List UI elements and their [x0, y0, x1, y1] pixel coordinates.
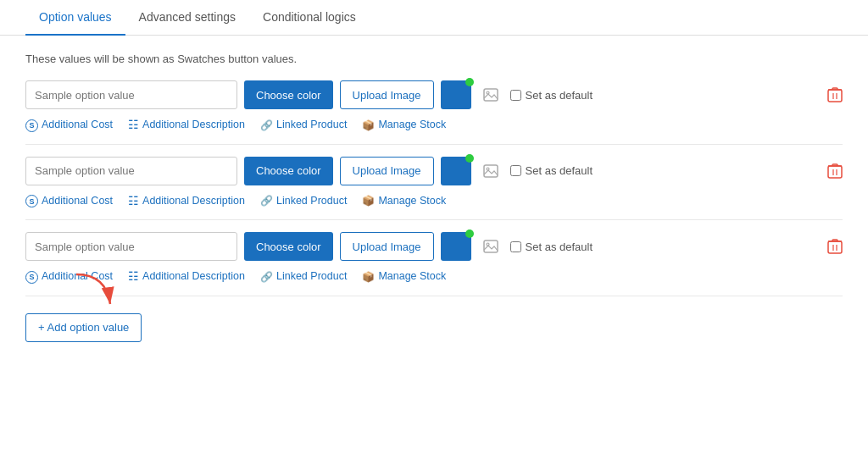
- upload-image-button-1[interactable]: Upload Image: [340, 80, 434, 109]
- dollar-icon-2: S: [25, 194, 38, 208]
- sub-link-label-linked-product-2: Linked Product: [276, 195, 347, 207]
- link-icon-2: 🔗: [260, 194, 273, 207]
- sub-links-row-2: SAdditional Cost☷Additional Description🔗…: [25, 194, 843, 208]
- set-as-default-label-1[interactable]: Set as default: [510, 89, 593, 102]
- description-text: These values will be shown as Swatches b…: [25, 53, 843, 65]
- add-option-button[interactable]: + Add option value: [25, 313, 142, 342]
- tab-conditional-logics[interactable]: Conditional logics: [249, 0, 370, 36]
- delete-button-2[interactable]: [827, 163, 843, 180]
- option-row-wrapper-1: Choose colorUpload ImageSet as defaultSA…: [25, 80, 843, 145]
- option-row-3: Choose colorUpload ImageSet as default: [25, 232, 843, 261]
- sub-link-additional-description-1[interactable]: ☷Additional Description: [128, 118, 245, 131]
- sub-link-manage-stock-2[interactable]: 📦Manage Stock: [362, 194, 446, 207]
- option-row-wrapper-2: Choose colorUpload ImageSet as defaultSA…: [25, 157, 843, 221]
- option-row-wrapper-3: Choose colorUpload ImageSet as defaultSA…: [25, 232, 843, 296]
- svg-rect-14: [828, 241, 842, 253]
- add-option-wrapper: + Add option value: [25, 308, 142, 342]
- box-icon-2: 📦: [362, 194, 375, 207]
- set-as-default-checkbox-2[interactable]: [510, 165, 521, 176]
- image-icon-button-2[interactable]: [478, 158, 504, 184]
- sub-link-additional-cost-1[interactable]: SAdditional Cost: [25, 118, 113, 132]
- box-icon-3: 📦: [362, 270, 375, 283]
- svg-rect-8: [828, 166, 842, 178]
- green-dot-1: [465, 78, 474, 86]
- option-input-3[interactable]: [25, 232, 237, 261]
- sub-link-additional-cost-2[interactable]: SAdditional Cost: [25, 194, 113, 208]
- option-row-2: Choose colorUpload ImageSet as default: [25, 157, 843, 185]
- sub-link-label-additional-cost-2: Additional Cost: [42, 195, 113, 207]
- color-swatch-container-3: [441, 232, 471, 261]
- green-dot-3: [465, 229, 474, 238]
- green-dot-2: [465, 154, 474, 163]
- option-rows-container: Choose colorUpload ImageSet as defaultSA…: [25, 80, 843, 296]
- option-row-1: Choose colorUpload ImageSet as default: [25, 80, 843, 109]
- set-as-default-checkbox-3[interactable]: [510, 241, 521, 252]
- sub-link-label-manage-stock-1: Manage Stock: [378, 119, 446, 130]
- svg-rect-0: [484, 89, 498, 101]
- sub-link-label-additional-cost-3: Additional Cost: [42, 270, 113, 282]
- sub-links-row-1: SAdditional Cost☷Additional Description🔗…: [25, 118, 843, 132]
- sub-link-manage-stock-3[interactable]: 📦Manage Stock: [362, 270, 446, 283]
- sub-link-manage-stock-1[interactable]: 📦Manage Stock: [362, 119, 446, 131]
- choose-color-button-3[interactable]: Choose color: [244, 232, 333, 261]
- choose-color-button-1[interactable]: Choose color: [244, 80, 333, 109]
- sub-link-linked-product-1[interactable]: 🔗Linked Product: [260, 119, 347, 131]
- option-input-1[interactable]: [25, 80, 237, 109]
- dollar-icon-1: S: [25, 118, 38, 132]
- sub-link-label-linked-product-1: Linked Product: [276, 119, 347, 130]
- set-as-default-text-2: Set as default: [526, 164, 593, 177]
- set-as-default-label-3[interactable]: Set as default: [510, 241, 593, 253]
- content-area: These values will be shown as Swatches b…: [0, 53, 868, 359]
- sub-link-label-additional-description-1: Additional Description: [142, 119, 245, 130]
- dollar-icon-3: S: [25, 269, 38, 284]
- image-icon-button-3[interactable]: [478, 234, 504, 259]
- main-container: Option values Advanced settings Conditio…: [0, 0, 868, 470]
- sub-link-label-additional-cost-1: Additional Cost: [42, 119, 113, 130]
- sub-link-label-manage-stock-2: Manage Stock: [378, 195, 446, 207]
- link-icon-1: 🔗: [260, 119, 273, 131]
- image-icon-button-1[interactable]: [478, 82, 504, 108]
- tab-advanced-settings[interactable]: Advanced settings: [125, 0, 249, 36]
- link-icon-3: 🔗: [260, 270, 273, 283]
- option-input-2[interactable]: [25, 157, 237, 185]
- sub-link-linked-product-2[interactable]: 🔗Linked Product: [260, 194, 347, 207]
- doc-icon-3: ☷: [128, 269, 139, 283]
- sub-link-additional-cost-3[interactable]: SAdditional Cost: [25, 269, 113, 284]
- sub-link-label-additional-description-3: Additional Description: [142, 270, 245, 282]
- delete-button-3[interactable]: [827, 238, 843, 255]
- choose-color-button-2[interactable]: Choose color: [244, 157, 333, 185]
- sub-link-linked-product-3[interactable]: 🔗Linked Product: [260, 270, 347, 283]
- sub-link-additional-description-3[interactable]: ☷Additional Description: [128, 269, 245, 283]
- svg-rect-12: [484, 241, 498, 252]
- sub-link-label-linked-product-3: Linked Product: [276, 270, 347, 282]
- delete-button-1[interactable]: [827, 86, 843, 103]
- color-swatch-container-1: [441, 80, 471, 109]
- set-as-default-label-2[interactable]: Set as default: [510, 164, 593, 177]
- set-as-default-checkbox-1[interactable]: [510, 90, 521, 101]
- sub-links-row-3: SAdditional Cost☷Additional Description🔗…: [25, 269, 843, 284]
- tab-bar: Option values Advanced settings Conditio…: [0, 0, 868, 36]
- sub-link-additional-description-2[interactable]: ☷Additional Description: [128, 194, 245, 207]
- svg-point-1: [487, 91, 489, 94]
- svg-rect-2: [828, 90, 842, 102]
- svg-rect-6: [484, 165, 498, 177]
- tab-option-values[interactable]: Option values: [25, 0, 125, 36]
- doc-icon-1: ☷: [128, 118, 139, 131]
- box-icon-1: 📦: [362, 119, 375, 131]
- svg-point-7: [487, 168, 489, 170]
- doc-icon-2: ☷: [128, 194, 139, 207]
- upload-image-button-3[interactable]: Upload Image: [340, 232, 434, 261]
- svg-point-13: [487, 243, 489, 246]
- set-as-default-text-3: Set as default: [526, 241, 593, 253]
- sub-link-label-manage-stock-3: Manage Stock: [378, 270, 446, 282]
- upload-image-button-2[interactable]: Upload Image: [340, 157, 434, 185]
- color-swatch-container-2: [441, 157, 471, 185]
- sub-link-label-additional-description-2: Additional Description: [142, 195, 245, 207]
- set-as-default-text-1: Set as default: [526, 89, 593, 102]
